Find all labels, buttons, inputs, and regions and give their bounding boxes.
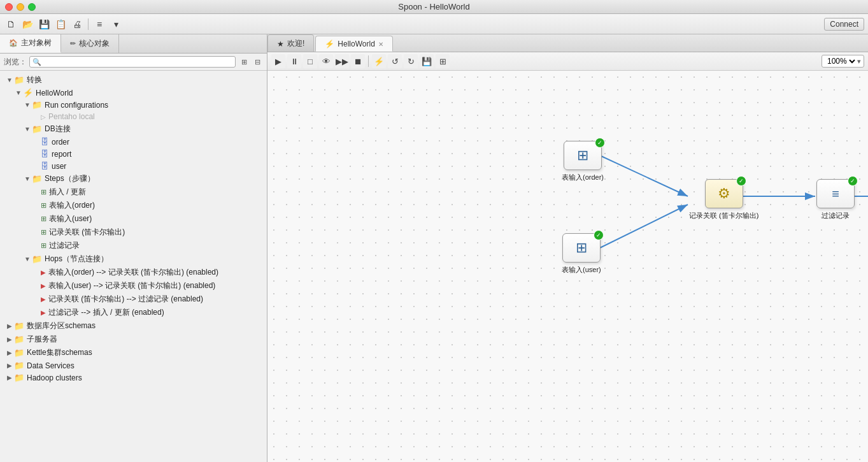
layers-button[interactable]: ≡ [92, 17, 106, 31]
connect-button[interactable]: Connect [824, 18, 864, 31]
stop-debug-button[interactable]: ⏹ [351, 54, 365, 68]
tree-item-steps[interactable]: ▼ 📁 Steps（步骤） [0, 172, 267, 185]
save-button[interactable]: 💾 [37, 17, 51, 31]
tree-item-helloworld[interactable]: ▼ ⚡ HelloWorld [0, 87, 267, 99]
window-title: Spoon - HelloWorld [398, 2, 469, 11]
tab-main-objects[interactable]: 🏠 主对象树 [0, 34, 61, 53]
tree-item-hop-2[interactable]: ▶ 表输入(user) --> 记录关联 (笛卡尔输出) (enabled) [0, 279, 267, 292]
hop-icon-2: ▶ [41, 282, 46, 289]
tree-item-db-report[interactable]: 🗄 report [0, 148, 267, 160]
grid-button[interactable]: ⊞ [436, 54, 450, 68]
tab-welcome[interactable]: ★ 欢迎! [267, 34, 314, 52]
tree-item-step-table-order[interactable]: ⊞ 表输入(order) [0, 199, 267, 212]
maximize-button[interactable] [28, 3, 36, 11]
helloworld-tab-icon: ⚡ [325, 40, 334, 48]
node-table-input-order[interactable]: ⊞ ✓ 表输入(order) [562, 141, 604, 182]
tree-item-transforms[interactable]: ▼ 📁 转换 [0, 73, 267, 87]
label-hop-4: 过滤记录 --> 插入 / 更新 (enabled) [48, 307, 164, 318]
stop-button[interactable]: □ [303, 54, 317, 68]
canvas[interactable]: ✓ ✓ ⊞ ✓ 表输入(order) ⚙ ✓ 记录关联 (笛卡尔输出) [267, 71, 868, 462]
node-table-input-user[interactable]: ⊞ ✓ 表输入(user) [562, 233, 601, 275]
label-db-schemas: 数据库分区schemas [27, 321, 96, 331]
label-db-report: report [52, 150, 71, 159]
tree-collapse-button[interactable]: ⊟ [252, 56, 263, 68]
tree-item-step-merge-join[interactable]: ⊞ 记录关联 (笛卡尔输出) [0, 226, 267, 239]
print-button[interactable]: 🖨 [70, 17, 84, 31]
tree-item-step-filter-rows[interactable]: ⊞ 过滤记录 [0, 239, 267, 252]
folder-icon-data-services: 📁 [14, 361, 24, 370]
main-toolbar: 🗋 📂 💾 📋 🖨 ≡ ▾ Connect [0, 14, 868, 34]
tree-item-hop-1[interactable]: ▶ 表输入(order) --> 记录关联 (笛卡尔输出) (enabled) [0, 266, 267, 279]
tree-item-hop-4[interactable]: ▶ 过滤记录 --> 插入 / 更新 (enabled) [0, 306, 267, 319]
expand-arrow-db-connections: ▼ [23, 126, 32, 133]
step-icon-table-order: ⊞ [41, 201, 46, 210]
right-tab-bar: ★ 欢迎! ⚡ HelloWorld ✕ [267, 34, 868, 52]
search-input[interactable] [41, 57, 232, 66]
minimize-button[interactable] [17, 3, 24, 11]
zoom-dropdown[interactable]: 100% 75% 50% 125% 150% [825, 56, 857, 66]
label-transforms: 转换 [27, 75, 42, 85]
db-icon-order: 🗄 [41, 137, 49, 147]
tree-item-step-table-user[interactable]: ⊞ 表输入(user) [0, 212, 267, 226]
pause-button[interactable]: ⏸ [287, 54, 301, 68]
tree-item-step-insert-update[interactable]: ⊞ 插入 / 更新 [0, 185, 267, 199]
node-filter-rows[interactable]: ≡ ✓ 过滤记录 [816, 179, 855, 220]
node-icon-merge-join: ⚙ [718, 185, 730, 202]
run-options-button[interactable]: ▶▶ [335, 54, 349, 68]
tree-item-pentaho-local[interactable]: ▷ Pentaho local [0, 111, 267, 122]
save-as-button[interactable]: 📋 [53, 17, 68, 31]
tree-item-db-order[interactable]: 🗄 order [0, 136, 267, 148]
tree-item-sub-servers[interactable]: ▶ 📁 子服务器 [0, 333, 267, 346]
db-icon-report: 🗄 [41, 149, 49, 159]
label-step-table-order: 表输入(order) [49, 200, 95, 211]
hop-icon-4: ▶ [41, 309, 46, 316]
expand-arrow-run-configurations: ▼ [23, 101, 32, 108]
node-icon-table-user: ⊞ [576, 240, 587, 256]
tree-item-hops[interactable]: ▼ 📁 Hops（节点连接） [0, 252, 267, 266]
label-helloworld: HelloWorld [36, 89, 73, 97]
tab-helloworld-close[interactable]: ✕ [378, 41, 383, 48]
traffic-lights [5, 3, 36, 11]
label-data-services: Data Services [27, 361, 75, 370]
redo-button[interactable]: ↻ [404, 54, 418, 68]
tab-core-objects[interactable]: ✏ 核心对象 [61, 34, 119, 53]
preview-button[interactable]: 👁 [319, 54, 333, 68]
layers-dropdown[interactable]: ▾ [109, 17, 123, 31]
tab-helloworld[interactable]: ⚡ HelloWorld ✕ [315, 36, 392, 52]
title-bar: Spoon - HelloWorld [0, 0, 868, 14]
tree-item-hadoop-clusters[interactable]: ▶ 📁 Hadoop clusters [0, 372, 267, 384]
check-button[interactable]: ⚡ [372, 54, 386, 68]
zoom-select[interactable]: 100% 75% 50% 125% 150% ▾ [822, 55, 864, 68]
expand-arrow-helloworld: ▼ [14, 89, 23, 96]
step-icon-filter-rows: ⊞ [41, 242, 46, 250]
tree-expand-button[interactable]: ⊞ [238, 56, 250, 68]
expand-arrow-hadoop-clusters: ▶ [5, 374, 14, 381]
node-box-merge-join: ⚙ ✓ [705, 179, 743, 208]
main-layout: 🏠 主对象树 ✏ 核心对象 浏览： 🔍 ⊞ ⊟ ▼ [0, 34, 868, 462]
step-icon-insert-update: ⊞ [41, 188, 46, 196]
save-canvas-button[interactable]: 💾 [420, 54, 434, 68]
arrow-order-to-merge [600, 155, 688, 196]
new-file-button[interactable]: 🗋 [4, 17, 18, 31]
node-merge-join[interactable]: ⚙ ✓ 记录关联 (笛卡尔输出) [689, 179, 758, 220]
close-button[interactable] [5, 3, 13, 11]
node-label-merge-join: 记录关联 (笛卡尔输出) [689, 211, 758, 220]
node-label-table-user: 表输入(user) [562, 265, 601, 275]
tree-item-db-connections[interactable]: ▼ 📁 DB连接 [0, 122, 267, 136]
tree-item-kettle-schemas[interactable]: ▶ 📁 Kettle集群schemas [0, 346, 267, 359]
search-input-wrap: 🔍 [29, 56, 236, 68]
tree-item-hop-3[interactable]: ▶ 记录关联 (笛卡尔输出) --> 过滤记录 (enabled) [0, 292, 267, 306]
run-button[interactable]: ▶ [271, 54, 285, 68]
tree-item-db-schemas[interactable]: ▶ 📁 数据库分区schemas [0, 319, 267, 333]
tree-item-db-user[interactable]: 🗄 user [0, 160, 267, 172]
step-icon-table-user: ⊞ [41, 215, 46, 223]
tree-item-run-configurations[interactable]: ▼ 📁 Run configurations [0, 99, 267, 111]
folder-icon-hops: 📁 [32, 254, 42, 264]
node-icon-filter-rows: ≡ [832, 187, 839, 201]
expand-arrow-sub-servers: ▶ [5, 336, 14, 343]
hop-icon-3: ▶ [41, 296, 46, 303]
open-button[interactable]: 📂 [20, 17, 34, 31]
reload-button[interactable]: ↺ [388, 54, 402, 68]
tree-item-data-services[interactable]: ▶ 📁 Data Services [0, 359, 267, 372]
expand-arrow-db-schemas: ▶ [5, 322, 14, 329]
